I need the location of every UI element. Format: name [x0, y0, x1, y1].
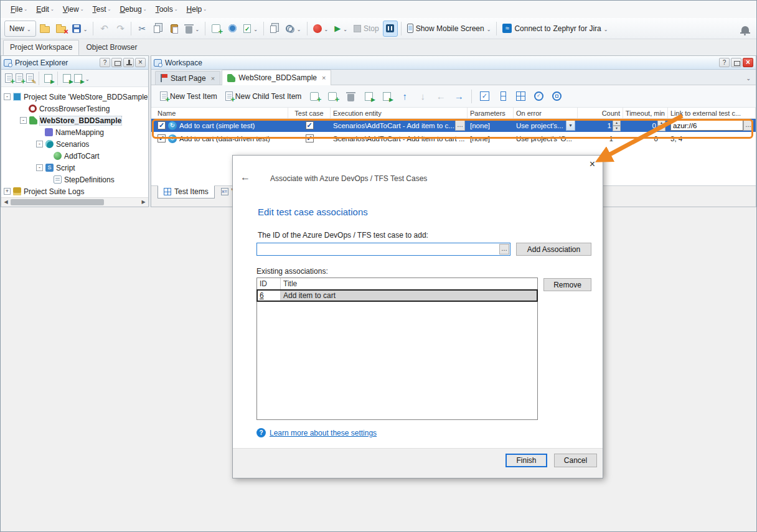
row-checkbox[interactable]	[158, 134, 166, 142]
on-error-dropdown[interactable]	[566, 120, 575, 131]
menu-edit[interactable]: Edit⌄	[32, 2, 58, 16]
column-link-external[interactable]: Link to external test c...	[668, 108, 756, 118]
menu-view[interactable]: View⌄	[59, 2, 88, 16]
learn-more-link[interactable]: Learn more about these settings	[270, 429, 377, 437]
tree-item-project[interactable]: WebStore_BDDSample	[1, 114, 148, 126]
add-group-child-button[interactable]	[325, 88, 340, 105]
timeout-spinner[interactable]	[657, 120, 665, 131]
tree-item-project-suite-logs[interactable]: Project Suite Logs	[1, 185, 148, 197]
menu-help[interactable]: Help⌄	[183, 2, 211, 16]
count-spinner[interactable]	[613, 120, 621, 131]
collapse-toggle-icon[interactable]	[36, 141, 43, 147]
maximize-button[interactable]	[731, 58, 741, 67]
object-spy-button[interactable]	[267, 21, 282, 37]
copy-button[interactable]	[151, 21, 166, 37]
check-item-button[interactable]	[477, 88, 492, 105]
pin-button[interactable]	[123, 58, 134, 67]
help-button[interactable]	[719, 58, 730, 67]
close-workspace-button[interactable]	[743, 58, 753, 67]
column-on-error[interactable]: On error	[514, 108, 578, 118]
new-child-test-item-button[interactable]: New Child Test Item	[223, 88, 304, 105]
column-name[interactable]: Name	[151, 108, 288, 118]
scrollbar-thumb[interactable]	[11, 199, 104, 205]
checkpoint-button[interactable]	[241, 21, 260, 37]
tree-item-project-suite[interactable]: Project Suite 'WebStore_BDDSample' (1	[1, 91, 148, 103]
menu-tools[interactable]: Tools⌄	[152, 2, 182, 16]
record-button[interactable]	[311, 21, 331, 37]
close-project-button[interactable]	[54, 21, 68, 37]
pause-debug-toggle[interactable]	[383, 21, 398, 37]
browse-test-case-button[interactable]	[499, 244, 509, 254]
column-execution-entity[interactable]: Execution entity	[331, 108, 468, 118]
add-web-testing-button[interactable]	[225, 21, 240, 37]
tab-list-dropdown[interactable]	[746, 75, 751, 82]
save-button[interactable]	[70, 21, 90, 37]
column-timeout[interactable]: Timeout, min	[623, 108, 668, 118]
menu-debug[interactable]: Debug⌄	[116, 2, 150, 16]
run-button[interactable]	[332, 21, 350, 37]
test-case-checkbox[interactable]	[306, 134, 314, 142]
uncheck-item-button[interactable]	[495, 88, 510, 105]
test-item-row-2[interactable]: Add to cart (data-driven test) Scenarios…	[151, 132, 756, 145]
column-test-case[interactable]: Test case	[288, 108, 331, 118]
tree-item-namemapping[interactable]: NameMapping	[1, 126, 148, 138]
link-field[interactable]: azur://6	[670, 120, 743, 131]
delete-button[interactable]	[183, 21, 202, 37]
add-new-item-button[interactable]	[209, 21, 223, 37]
new-button[interactable]: New	[4, 21, 36, 37]
cut-button[interactable]	[134, 21, 149, 37]
uncheck-all-button[interactable]	[549, 88, 564, 105]
tab-project-workspace[interactable]: Project Workspace	[3, 40, 79, 55]
tab-webstore-bddsample[interactable]: WebStore_BDDSample	[222, 70, 331, 85]
column-parameters[interactable]: Parameters	[468, 108, 514, 118]
browse-link-button[interactable]	[743, 120, 753, 131]
cancel-button[interactable]: Cancel	[554, 454, 597, 467]
tree-item-script[interactable]: Script	[1, 162, 148, 174]
move-right-button[interactable]	[451, 88, 466, 105]
add-association-button[interactable]: Add Association	[516, 243, 591, 256]
run-project-icon[interactable]	[44, 74, 52, 83]
remove-button[interactable]: Remove	[543, 278, 591, 291]
back-arrow-icon[interactable]	[240, 172, 250, 183]
tab-object-browser[interactable]: Object Browser	[79, 40, 144, 55]
collapse-toggle-icon[interactable]	[20, 117, 27, 124]
test-case-checkbox[interactable]	[306, 121, 314, 129]
stop-button[interactable]: Stop	[351, 21, 382, 37]
close-tab-icon[interactable]	[211, 75, 215, 82]
connect-zephyr-button[interactable]: Connect toZephyr for Jira	[500, 21, 610, 37]
edit-item-icon[interactable]	[26, 73, 34, 83]
row-checkbox[interactable]	[158, 121, 166, 129]
association-row[interactable]: 6 Add item to cart	[257, 290, 537, 301]
scroll-left-button[interactable]: ◀	[1, 198, 11, 207]
column-count[interactable]: Count	[578, 108, 623, 118]
move-down-button[interactable]	[415, 88, 430, 105]
horizontal-scrollbar[interactable]: ◀ ▶	[1, 197, 148, 207]
add-group-button[interactable]	[307, 88, 322, 105]
notifications-button[interactable]	[738, 21, 753, 37]
expand-toggle-icon[interactable]	[4, 188, 11, 195]
help-button[interactable]	[100, 58, 110, 67]
run-selected-icon[interactable]	[74, 74, 82, 83]
tab-start-page[interactable]: Start Page	[155, 71, 220, 85]
undo-button[interactable]	[96, 21, 111, 37]
copy-to-button[interactable]	[379, 88, 394, 105]
check-children-button[interactable]	[513, 88, 528, 105]
test-case-id-input[interactable]	[257, 243, 499, 255]
close-icon[interactable]	[590, 159, 595, 169]
scroll-right-button[interactable]: ▶	[139, 198, 148, 207]
tree-item-addtocart[interactable]: AddToCart	[1, 150, 148, 162]
open-button[interactable]	[37, 21, 52, 37]
move-up-button[interactable]	[397, 88, 412, 105]
tab-test-items[interactable]: Test Items	[158, 185, 215, 198]
close-tab-icon[interactable]	[322, 74, 326, 82]
move-left-button[interactable]	[433, 88, 448, 105]
copy-from-button[interactable]	[361, 88, 376, 105]
maximize-button[interactable]	[111, 58, 122, 67]
tree-item-stepdefinitions[interactable]: StepDefinitions	[1, 174, 148, 185]
column-title[interactable]: Title	[281, 278, 537, 289]
collapse-toggle-icon[interactable]	[4, 93, 11, 100]
run-project-suite-icon[interactable]	[63, 74, 71, 83]
check-all-button[interactable]	[531, 88, 546, 105]
paste-button[interactable]	[167, 21, 182, 37]
options-button[interactable]	[283, 21, 304, 37]
